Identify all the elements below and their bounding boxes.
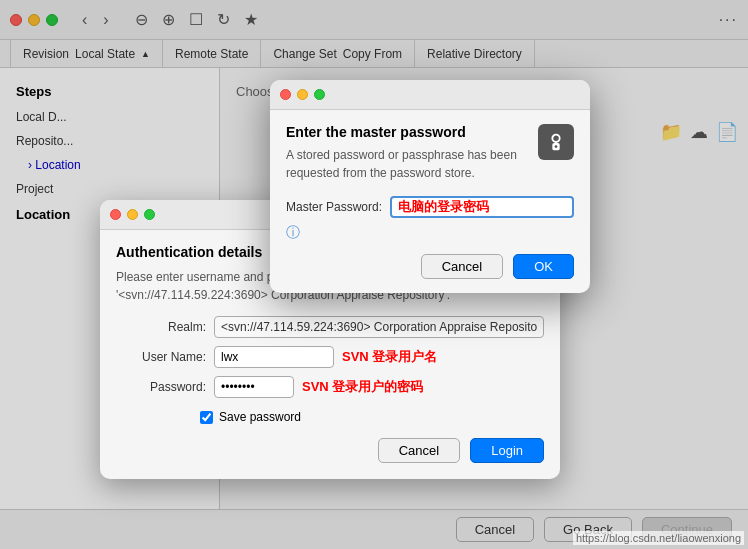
username-label: User Name: — [116, 350, 206, 364]
realm-row: Realm: — [116, 316, 544, 338]
keychain-icon — [538, 124, 574, 160]
username-input[interactable] — [214, 346, 334, 368]
app-window: ‹ › ⊖ ⊕ ☐ ↻ ★ ··· Revision Local State ▲… — [0, 0, 748, 549]
master-zoom-button[interactable] — [314, 89, 325, 100]
watermark: https://blog.csdn.net/liaowenxiong — [573, 531, 744, 545]
master-dialog-title: Enter the master password — [286, 124, 526, 140]
auth-zoom-button[interactable] — [144, 209, 155, 220]
master-dialog-description: A stored password or passphrase has been… — [286, 146, 526, 182]
svg-point-0 — [552, 135, 559, 142]
master-password-label: Master Password: — [286, 200, 382, 214]
master-text: Enter the master password A stored passw… — [286, 124, 526, 182]
auth-login-button[interactable]: Login — [470, 438, 544, 463]
svg-point-2 — [555, 145, 558, 148]
master-info-row: ⓘ — [286, 224, 574, 242]
username-row: User Name: SVN 登录用户名 — [116, 346, 544, 368]
save-password-label: Save password — [219, 410, 301, 424]
save-password-row: Save password — [100, 406, 560, 428]
auth-minimize-button[interactable] — [127, 209, 138, 220]
info-icon: ⓘ — [286, 224, 300, 242]
username-chinese-label: SVN 登录用户名 — [342, 348, 437, 366]
master-titlebar — [270, 80, 590, 110]
password-chinese-label: SVN 登录用户的密码 — [302, 378, 423, 396]
auth-close-button[interactable] — [110, 209, 121, 220]
auth-buttons: Cancel Login — [100, 428, 560, 463]
master-password-row: Master Password: — [286, 196, 574, 218]
master-close-button[interactable] — [280, 89, 291, 100]
realm-input[interactable] — [214, 316, 544, 338]
master-body: Enter the master password A stored passw… — [270, 110, 590, 293]
password-input[interactable] — [214, 376, 294, 398]
save-password-checkbox[interactable] — [200, 411, 213, 424]
realm-label: Realm: — [116, 320, 206, 334]
master-password-dialog: Enter the master password A stored passw… — [270, 80, 590, 293]
master-top: Enter the master password A stored passw… — [286, 124, 574, 182]
master-buttons: Cancel OK — [286, 254, 574, 279]
master-cancel-button[interactable]: Cancel — [421, 254, 503, 279]
auth-cancel-button[interactable]: Cancel — [378, 438, 460, 463]
master-ok-button[interactable]: OK — [513, 254, 574, 279]
password-label: Password: — [116, 380, 206, 394]
auth-form: Realm: User Name: SVN 登录用户名 Password: SV… — [100, 316, 560, 398]
master-password-input[interactable] — [390, 196, 574, 218]
password-row: Password: SVN 登录用户的密码 — [116, 376, 544, 398]
master-minimize-button[interactable] — [297, 89, 308, 100]
